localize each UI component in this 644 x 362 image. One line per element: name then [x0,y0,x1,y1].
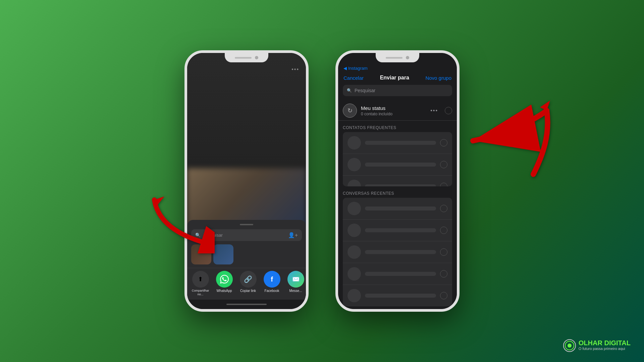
right-phone-container: ◀ Instagram Cancelar Enviar para Novo gr… [335,50,460,312]
frequent-contacts-list [343,132,452,186]
left-red-arrow [148,193,215,255]
brand-digital: DIGITAL [604,339,631,347]
app-icons-row: ⬆ Compartilharno... WhatsApp [187,268,306,300]
recent-name-2 [365,228,436,232]
left-phone-screen: ••• 🔍 Pesquisar 👤+ [187,53,306,309]
messages-icon-circle: ✉️ [287,271,304,288]
share-app-facebook[interactable]: f Facebook [263,271,281,296]
back-label-text: Instagram [348,66,368,71]
frequent-radio-3[interactable] [440,183,447,186]
recent-conv-row-3[interactable] [343,241,452,263]
recent-name-1 [365,206,436,210]
left-home-indicator [187,300,306,309]
frequent-name-2 [365,163,436,167]
recent-conv-row-4[interactable] [343,263,452,285]
compartilhar-icon-circle: ⬆ [192,271,209,288]
whatsapp-search-bar[interactable]: 🔍 Pesquisar [343,85,452,96]
watermark-logo-icon [563,339,576,352]
recent-radio-3[interactable] [440,248,447,256]
meu-status-row[interactable]: ↻ Meu status 0 contato incluído ••• [338,101,457,121]
recent-avatar-2 [347,224,361,237]
instagram-back-nav[interactable]: ◀ Instagram [338,63,457,72]
recent-name-3 [365,250,436,254]
recent-contact-2[interactable] [213,244,233,264]
recent-conv-row-5[interactable] [343,285,452,306]
frequent-contact-row-2[interactable] [343,154,452,176]
left-phone-frame: ••• 🔍 Pesquisar 👤+ [184,50,309,312]
watermark-brand-name: OLHAR DIGITAL [579,340,631,346]
frequent-name-1 [365,141,436,145]
recent-avatar-1 [347,202,361,215]
recent-conv-row-2[interactable] [343,220,452,241]
right-notch-speaker [386,57,402,59]
recent-radio-1[interactable] [440,205,447,212]
left-notch-speaker [235,57,252,59]
recent-radio-4[interactable] [440,270,447,278]
status-options-dots[interactable]: ••• [430,108,438,114]
frequent-avatar-2 [347,158,361,171]
facebook-icon-circle: f [264,271,280,288]
recent-conversations-list [343,198,452,306]
frequent-avatar-1 [347,136,361,149]
brand-olhar: OLHAR [579,339,604,347]
left-phone-notch [225,53,268,62]
facebook-label: Facebook [265,289,279,293]
right-phone-screen: ◀ Instagram Cancelar Enviar para Novo gr… [338,53,457,309]
left-home-bar [226,304,267,305]
frequent-contacts-header: CONTATOS FREQUENTES [338,121,457,132]
status-name: Meu status [361,105,426,111]
status-avatar: ↻ [343,104,357,118]
new-group-button[interactable]: Novo grupo [425,75,451,81]
frequent-name-3 [365,184,436,186]
watermark-tagline-text: O futuro passa primeiro aqui [579,346,631,351]
recent-avatar-5 [347,289,361,302]
right-red-arrow [446,94,553,182]
frequent-avatar-3 [347,180,361,186]
feed-options-dots: ••• [291,66,299,72]
whatsapp-label: WhatsApp [216,289,232,293]
copy-link-label: Copiar link [240,289,256,293]
add-contact-icon[interactable]: 👤+ [288,232,298,238]
right-phone-notch [376,53,419,62]
share-app-messages[interactable]: ✉️ Messe... [286,271,305,296]
olhar-digital-watermark: OLHAR DIGITAL O futuro passa primeiro aq… [563,339,631,352]
svg-point-3 [568,344,572,348]
recent-avatar-4 [347,267,361,281]
right-phone-content: ◀ Instagram Cancelar Enviar para Novo gr… [338,53,457,309]
recent-radio-5[interactable] [440,292,447,299]
share-sheet-handle [240,224,253,225]
back-chevron-icon: ◀ [343,66,347,71]
left-notch-camera [255,56,258,59]
recent-radio-2[interactable] [440,227,447,234]
recent-name-4 [365,272,436,276]
wa-search-placeholder: Pesquisar [355,88,375,93]
copy-link-icon-circle: 🔗 [240,271,257,288]
main-content: ••• 🔍 Pesquisar 👤+ [184,50,460,312]
cancel-button[interactable]: Cancelar [343,75,364,81]
recent-conv-row-1[interactable] [343,198,452,220]
recent-conversations-header: CONVERSAS RECENTES [338,186,457,198]
right-phone-frame: ◀ Instagram Cancelar Enviar para Novo gr… [335,50,460,312]
frequent-contact-row-1[interactable] [343,132,452,154]
recent-name-5 [365,294,436,298]
share-app-compartilhar[interactable]: ⬆ Compartilharno... [191,271,210,296]
frequent-contact-row-3[interactable] [343,176,452,186]
status-subtitle: 0 contato incluído [361,112,426,116]
recent-avatar-3 [347,245,361,259]
messages-label: Messe... [289,289,302,293]
whatsapp-header: Cancelar Enviar para Novo grupo [338,72,457,85]
send-to-title: Enviar para [380,75,409,81]
watermark-text-block: OLHAR DIGITAL O futuro passa primeiro aq… [579,340,631,351]
share-app-copy-link[interactable]: 🔗 Copiar link [239,271,257,296]
right-notch-camera [406,56,409,59]
whatsapp-icon-circle [216,271,233,288]
share-app-whatsapp[interactable]: WhatsApp [215,271,233,296]
status-info: Meu status 0 contato incluído [361,105,426,116]
left-phone-container: ••• 🔍 Pesquisar 👤+ [184,50,309,312]
wa-search-icon: 🔍 [347,88,352,93]
left-phone-content: ••• 🔍 Pesquisar 👤+ [187,53,306,309]
status-refresh-icon: ↻ [347,107,353,114]
compartilhar-label: Compartilharno... [192,289,209,296]
